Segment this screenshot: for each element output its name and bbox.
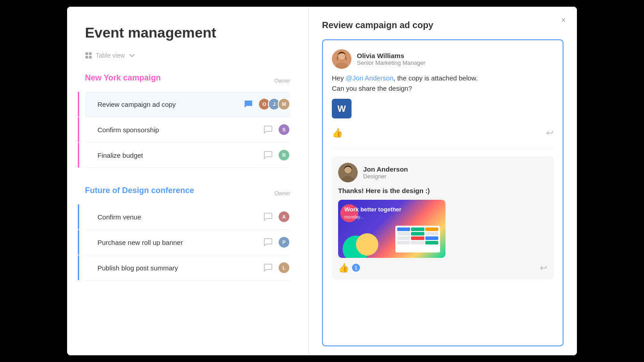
chat-bubble-icon bbox=[263, 125, 273, 135]
task-name: Confirm venue bbox=[94, 213, 262, 221]
word-icon: W bbox=[338, 104, 346, 114]
table-icon bbox=[85, 52, 92, 59]
avatar: M bbox=[278, 98, 290, 110]
olivia-avatar-image bbox=[332, 49, 352, 69]
svg-rect-3 bbox=[89, 56, 92, 59]
task-bar bbox=[78, 230, 79, 255]
commenter-role-olivia: Senior Marketing Manager bbox=[357, 59, 425, 66]
avatar: P bbox=[278, 236, 290, 248]
comment-body-olivia: Hey @Jon Anderson, the copy is attached … bbox=[332, 73, 554, 93]
avatar: R bbox=[278, 149, 290, 161]
task-icons: R bbox=[262, 149, 290, 161]
avatar-jon bbox=[338, 163, 358, 182]
task-item-finalize-budget[interactable]: Finalize budget R bbox=[85, 143, 290, 168]
avatar: A bbox=[278, 210, 290, 223]
chat-icon[interactable] bbox=[262, 149, 274, 161]
design-table-mockup bbox=[395, 226, 440, 253]
avatar: S bbox=[278, 123, 290, 136]
design-logo-text: monday... bbox=[344, 215, 402, 219]
task-bar bbox=[78, 143, 79, 168]
task-name: Review campaign ad copy bbox=[94, 101, 242, 108]
svg-rect-2 bbox=[85, 56, 88, 59]
thumb-up-cursor: 👍 bbox=[338, 262, 349, 273]
chat-bubble-icon bbox=[243, 99, 253, 109]
comment-jon: Jon Anderson Designer Thanks! Here is th… bbox=[332, 156, 554, 279]
task-name: Finalize budget bbox=[94, 152, 262, 159]
chat-bubble-icon bbox=[263, 237, 273, 247]
design-headline-area: Work better together monday... bbox=[344, 206, 402, 219]
task-item-purchase-banner[interactable]: Purchase new roll up banner P bbox=[85, 230, 290, 255]
avatar-group: P bbox=[278, 236, 290, 248]
commenter-name-jon: Jon Anderson bbox=[363, 165, 408, 173]
chevron-down-icon bbox=[128, 52, 136, 59]
section-title-fd: Future of Design conference bbox=[85, 186, 194, 195]
task-icons: S bbox=[262, 123, 290, 136]
task-icons: L bbox=[262, 261, 290, 274]
commenter-info-olivia: Olivia Williams Senior Marketing Manager bbox=[357, 52, 425, 66]
avatar-olivia bbox=[332, 49, 352, 69]
avatar-group: O J M bbox=[258, 98, 290, 110]
owner-label-fd: Owner bbox=[275, 190, 290, 197]
design-image: Work better together monday... bbox=[338, 200, 445, 258]
chat-icon-active[interactable] bbox=[242, 98, 254, 110]
avatar: L bbox=[278, 261, 290, 274]
left-panel: Event management Table view New York cam… bbox=[67, 7, 309, 355]
section-header-ny: New York campaign Owner bbox=[85, 73, 290, 88]
section-future-design: Future of Design conference Owner Confir… bbox=[85, 186, 290, 281]
jon-avatar-image bbox=[338, 163, 358, 182]
chat-bubble-icon bbox=[263, 263, 273, 273]
task-bar bbox=[78, 204, 79, 229]
right-panel-title: Review campaign ad copy bbox=[322, 20, 564, 30]
task-name: Confirm sponsorship bbox=[94, 126, 262, 134]
chat-bubble-icon bbox=[263, 212, 273, 222]
avatar-group: S bbox=[278, 123, 290, 136]
comment-olivia: Olivia Williams Senior Marketing Manager… bbox=[332, 49, 554, 142]
design-preview: Work better together monday... bbox=[338, 200, 445, 258]
task-item-review-campaign[interactable]: Review campaign ad copy O J M bbox=[85, 92, 290, 117]
avatar-group: A bbox=[278, 210, 290, 223]
mention-jon[interactable]: @Jon Anderson bbox=[346, 74, 394, 82]
reply-button-jon[interactable]: ↩ bbox=[540, 262, 547, 273]
comment-divider bbox=[332, 149, 554, 149]
task-icons: A bbox=[262, 210, 290, 223]
owner-label-ny: Owner bbox=[275, 78, 290, 84]
second-comment-actions: 👍 1 ↩ bbox=[338, 262, 547, 273]
like-button-active[interactable]: 👍 1 bbox=[338, 262, 360, 273]
svg-rect-1 bbox=[89, 52, 92, 55]
commenter-role-jon: Designer bbox=[363, 173, 408, 180]
task-bar bbox=[78, 255, 79, 280]
modal-container: × Event management Table view New York c… bbox=[67, 7, 577, 355]
section-new-york: New York campaign Owner Review campaign … bbox=[85, 73, 290, 168]
like-button[interactable]: 👍 bbox=[332, 127, 343, 138]
chat-icon[interactable] bbox=[262, 123, 274, 136]
task-icons: P bbox=[262, 236, 290, 248]
comment-header: Olivia Williams Senior Marketing Manager bbox=[332, 49, 554, 69]
chat-icon[interactable] bbox=[262, 261, 274, 274]
design-headline-text: Work better together bbox=[344, 206, 402, 213]
task-item-confirm-venue[interactable]: Confirm venue A bbox=[85, 204, 290, 230]
svg-rect-0 bbox=[85, 52, 88, 55]
section-header-fd: Future of Design conference Owner bbox=[85, 186, 290, 201]
page-title: Event management bbox=[85, 25, 290, 41]
table-view-button[interactable]: Table view bbox=[85, 52, 290, 59]
like-count-badge: 1 bbox=[352, 264, 360, 272]
commenter-info-jon: Jon Anderson Designer bbox=[363, 165, 408, 180]
close-button[interactable]: × bbox=[557, 14, 570, 26]
comment-header-jon: Jon Anderson Designer bbox=[338, 163, 547, 182]
chat-icon[interactable] bbox=[262, 210, 274, 223]
task-item-publish-blog[interactable]: Publish blog post summary L bbox=[85, 255, 290, 281]
reply-text: Thanks! Here is the design :) bbox=[338, 187, 547, 194]
task-item-confirm-sponsorship[interactable]: Confirm sponsorship S bbox=[85, 117, 290, 143]
reply-button[interactable]: ↩ bbox=[546, 127, 554, 138]
chat-icon[interactable] bbox=[262, 236, 274, 248]
task-bar bbox=[78, 92, 79, 117]
attachment-word-doc[interactable]: W bbox=[332, 99, 352, 118]
comments-area[interactable]: Olivia Williams Senior Marketing Manager… bbox=[322, 39, 564, 346]
commenter-name-olivia: Olivia Williams bbox=[357, 52, 425, 59]
task-icons: O J M bbox=[242, 98, 290, 110]
decorative-circle bbox=[356, 233, 378, 256]
task-name: Purchase new roll up banner bbox=[94, 239, 262, 246]
task-name: Publish blog post summary bbox=[94, 264, 262, 272]
right-panel: Review campaign ad copy bbox=[309, 7, 577, 355]
chat-bubble-icon bbox=[263, 150, 273, 160]
